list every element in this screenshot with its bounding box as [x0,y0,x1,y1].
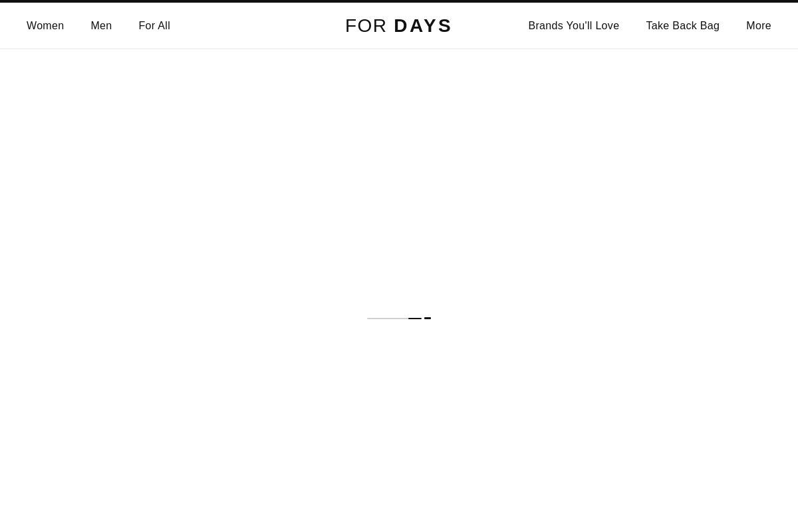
nav-brands[interactable]: Brands You'll Love [528,20,619,32]
progress-fill [408,318,422,319]
logo[interactable]: FOR DAYS [345,15,453,37]
nav-more[interactable]: More [746,20,771,32]
progress-track [367,318,420,319]
nav-for-all[interactable]: For All [139,20,171,32]
navbar: Women Men For All FOR DAYS Brands You'll… [0,3,798,49]
logo-container[interactable]: FOR DAYS [345,15,453,37]
nav-take-back-bag[interactable]: Take Back Bag [646,20,720,32]
nav-men[interactable]: Men [90,20,112,32]
logo-for: FOR [345,15,387,36]
nav-right: Brands You'll Love Take Back Bag More [528,20,771,32]
progress-dot [424,317,431,319]
nav-women[interactable]: Women [27,20,64,32]
main-content [0,49,798,532]
progress-container [367,317,431,319]
logo-days: DAYS [394,15,453,36]
nav-left: Women Men For All [27,20,170,32]
